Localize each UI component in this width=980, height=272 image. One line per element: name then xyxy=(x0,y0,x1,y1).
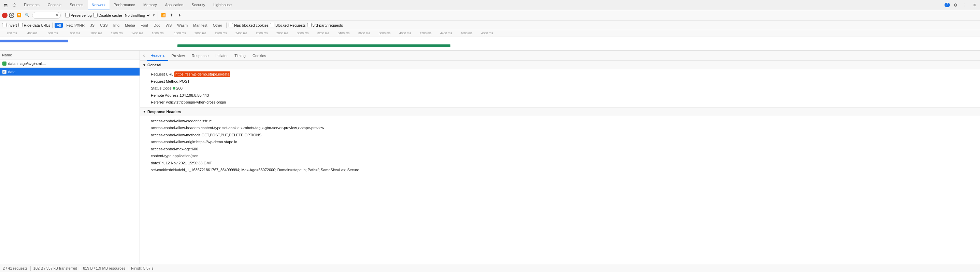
tab-response[interactable]: Response xyxy=(188,51,212,61)
tab-initiator[interactable]: Initiator xyxy=(212,51,231,61)
tick-1200: 1200 ms xyxy=(111,32,123,35)
filter-img[interactable]: Img xyxy=(111,23,121,28)
disable-cache-label[interactable]: Disable cache xyxy=(93,13,122,18)
tab-lighthouse[interactable]: Lighthouse xyxy=(209,0,236,10)
filter-css[interactable]: CSS xyxy=(98,23,110,28)
tick-3000: 3000 ms xyxy=(297,32,309,35)
filter-other[interactable]: Other xyxy=(211,23,224,28)
settings-icon[interactable]: ⚙ xyxy=(951,1,959,9)
more-icon[interactable]: ⋮ xyxy=(961,1,969,9)
referrer-policy-row: Referrer Policy: strict-origin-when-cros… xyxy=(140,99,980,106)
rh-name-1: access-control-allow-headers: xyxy=(151,125,200,131)
toolbar-separator-2 xyxy=(158,12,158,19)
filter-separator-2 xyxy=(226,22,227,28)
tab-application[interactable]: Application xyxy=(161,0,188,10)
filter-media[interactable]: Media xyxy=(123,23,137,28)
rh-name-6: date: xyxy=(151,160,159,166)
list-item[interactable]: I data:image/svg+xml,... xyxy=(0,59,140,68)
blocked-requests-checkbox[interactable] xyxy=(270,23,274,27)
request-url-value[interactable]: https://ss.wp-demo.stape.io/data xyxy=(174,71,230,77)
tab-security[interactable]: Security xyxy=(187,0,209,10)
svg-text:D: D xyxy=(3,71,5,73)
wifi-icon[interactable]: 📶 xyxy=(160,12,167,19)
filter-font[interactable]: Font xyxy=(138,23,150,28)
search-icon[interactable]: 🔍 xyxy=(24,12,31,19)
import-icon[interactable]: ⬆ xyxy=(168,12,175,19)
preserve-log-label[interactable]: Preserve log xyxy=(65,13,92,18)
tick-3800: 3800 ms xyxy=(379,32,391,35)
tick-3600: 3600 ms xyxy=(358,32,370,35)
inspect-icon[interactable]: ⬡ xyxy=(10,1,18,9)
tick-600: 600 ms xyxy=(48,32,58,35)
tab-performance[interactable]: Performance xyxy=(110,0,139,10)
tab-preview[interactable]: Preview xyxy=(168,51,188,61)
toolbar-separator-1 xyxy=(63,12,63,19)
response-headers-arrow: ▼ xyxy=(143,110,146,114)
tab-elements[interactable]: Elements xyxy=(20,0,44,10)
clear-button[interactable]: ⊘ xyxy=(9,13,14,18)
has-blocked-cookies-checkbox[interactable] xyxy=(229,23,233,27)
third-party-label[interactable]: 3rd-party requests xyxy=(307,23,343,27)
hide-data-urls-label[interactable]: Hide data URLs xyxy=(18,23,51,27)
third-party-checkbox[interactable] xyxy=(307,23,312,27)
tick-3400: 3400 ms xyxy=(338,32,350,35)
status-code-label: Status Code: xyxy=(151,85,173,91)
has-blocked-cookies-label[interactable]: Has blocked cookies xyxy=(229,23,269,27)
rh-row-5: content-type: application/json xyxy=(140,152,980,160)
preserve-log-checkbox[interactable] xyxy=(65,13,70,18)
list-items: I data:image/svg+xml,... D data xyxy=(0,59,140,272)
tab-network[interactable]: Network xyxy=(88,0,110,10)
tick-200: 200 ms xyxy=(7,32,17,35)
list-item-selected[interactable]: D data xyxy=(0,68,140,76)
tab-timing[interactable]: Timing xyxy=(231,51,249,61)
tab-headers[interactable]: Headers xyxy=(147,51,168,61)
invert-label[interactable]: Invert xyxy=(2,23,17,27)
disable-cache-checkbox[interactable] xyxy=(93,13,98,18)
rh-row-1: access-control-allow-headers: content-ty… xyxy=(140,125,980,131)
throttle-select[interactable]: No throttling Fast 3G Slow 3G xyxy=(124,13,151,18)
filter-icon[interactable]: 🔽 xyxy=(16,12,22,19)
blocked-requests-label[interactable]: Blocked Requests xyxy=(270,23,306,27)
record-button[interactable] xyxy=(2,13,8,18)
right-content: ▼ General Request URL: https://ss.wp-dem… xyxy=(140,61,980,272)
invert-checkbox[interactable] xyxy=(2,23,6,27)
filter-doc[interactable]: Doc xyxy=(151,23,162,28)
tab-console[interactable]: Console xyxy=(44,0,65,10)
timeline-bar-2 xyxy=(177,45,450,47)
network-toolbar: ⊘ 🔽 🔍 data ✕ Preserve log Disable cache … xyxy=(0,10,980,21)
tab-memory[interactable]: Memory xyxy=(139,0,161,10)
hide-data-urls-checkbox[interactable] xyxy=(18,23,23,27)
doc-icon: D xyxy=(2,69,7,74)
export-icon[interactable]: ⬇ xyxy=(177,12,183,19)
tick-1400: 1400 ms xyxy=(131,32,143,35)
search-clear-button[interactable]: ✕ xyxy=(56,13,58,17)
rh-name-2: access-control-allow-methods: xyxy=(151,132,202,138)
filter-wasm[interactable]: Wasm xyxy=(175,23,190,28)
status-sep-3 xyxy=(128,266,128,270)
search-input[interactable]: data xyxy=(35,13,55,18)
tick-4200: 4200 ms xyxy=(420,32,432,35)
transferred-size: 102 B / 337 kB transferred xyxy=(33,266,77,270)
status-sep-2 xyxy=(80,266,80,270)
close-icon[interactable]: ✕ xyxy=(970,1,978,9)
dock-icon[interactable]: ⬒ xyxy=(2,1,10,9)
filter-xhr[interactable]: Fetch/XHR xyxy=(64,23,87,28)
referrer-policy-value: strict-origin-when-cross-origin xyxy=(177,99,226,105)
right-panel: × Headers Preview Response Initiator Tim… xyxy=(140,51,980,272)
filter-all[interactable]: All xyxy=(55,23,63,28)
response-headers-section: ▼ Response Headers access-control-allow-… xyxy=(140,108,980,175)
tick-2400: 2400 ms xyxy=(235,32,247,35)
rh-value-3: https://wp-demo.stape.io xyxy=(196,139,237,145)
filter-js[interactable]: JS xyxy=(88,23,97,28)
close-panel-button[interactable]: × xyxy=(142,53,146,59)
general-section-header[interactable]: ▼ General xyxy=(140,61,980,69)
tab-cookies[interactable]: Cookies xyxy=(249,51,270,61)
list-header: Name xyxy=(0,51,140,59)
tab-sources[interactable]: Sources xyxy=(65,0,88,10)
request-method-label: Request Method: xyxy=(151,78,180,85)
filter-ws[interactable]: WS xyxy=(164,23,174,28)
tick-2200: 2200 ms xyxy=(215,32,227,35)
filter-manifest[interactable]: Manifest xyxy=(191,23,210,28)
status-code-row: Status Code: 200 xyxy=(140,85,980,92)
response-headers-section-header[interactable]: ▼ Response Headers xyxy=(140,108,980,116)
